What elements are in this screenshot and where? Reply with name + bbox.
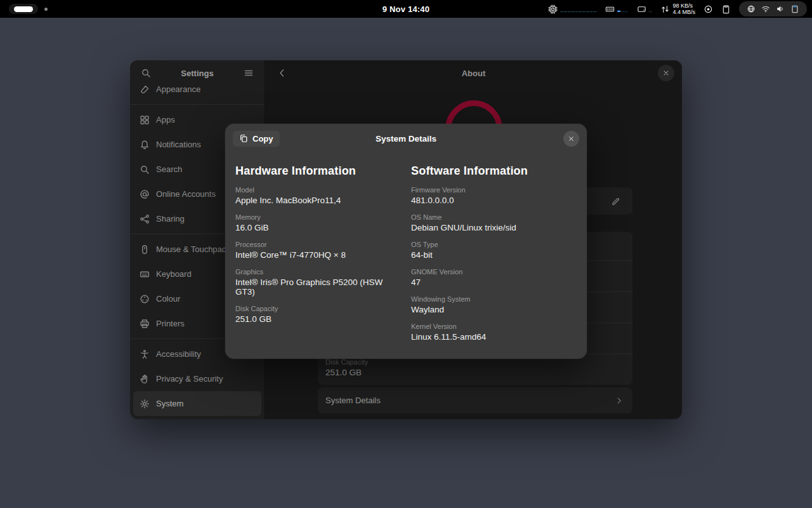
sidebar-item-label: Mouse & Touchpad (156, 244, 226, 254)
field-label: Graphics (235, 268, 401, 276)
copy-button-label: Copy (252, 134, 273, 144)
net-down-speed: 4.4 MB/s (672, 9, 695, 15)
cpu-monitor[interactable]: __________ (548, 4, 597, 14)
sidebar-item-label: System (156, 399, 183, 408)
memory-sparkline: ▂__ (617, 6, 628, 12)
memory-monitor[interactable]: ▂__ (605, 4, 628, 14)
app-title: Settings (181, 69, 213, 78)
quick-settings[interactable] (739, 1, 807, 17)
field-label: GNOME Version (411, 268, 577, 276)
field-label: Kernel Version (411, 323, 577, 330)
language-globe-icon (747, 4, 756, 13)
software-fields: Firmware Version 481.0.0.0.0 OS Name Deb… (411, 186, 577, 342)
search-icon (141, 68, 151, 78)
system-details-row[interactable]: System Details (318, 387, 632, 413)
field-value: 64-bit (411, 250, 577, 260)
sidebar-item-label: Appearance (156, 84, 200, 94)
sidebar-item-privacy-security[interactable]: Privacy & Security (133, 366, 261, 391)
disk-capacity-label: Disk Capacity (325, 358, 368, 366)
sidebar-item-system[interactable]: System (133, 391, 261, 416)
system-details-label: System Details (325, 396, 381, 405)
workspace-indicator[interactable] (9, 0, 48, 18)
back-chevron-icon (277, 68, 287, 78)
field-label: Firmware Version (411, 186, 577, 194)
sidebar-divider (130, 104, 265, 105)
cpu-sparkline: __________ (560, 6, 597, 12)
sidebar-item-label: Apps (156, 115, 175, 124)
apps-grid-icon (140, 115, 150, 125)
hardware-fields: Model Apple Inc. MacBookPro11,4 Memory 1… (235, 186, 401, 324)
disk-monitor[interactable]: _ (637, 4, 653, 14)
clipboard-tray[interactable] (721, 4, 731, 14)
dialog-header: Copy System Details (225, 124, 587, 153)
info-field: OS Type 64-bit (411, 241, 577, 260)
circle-indicator-icon (704, 4, 713, 14)
clipboard-icon (721, 4, 731, 14)
bell-icon (140, 140, 150, 150)
active-workspace-pill (14, 6, 33, 12)
sidebar-item-label: Colour (156, 294, 180, 304)
sidebar-item-label: Search (156, 164, 182, 174)
field-value: Intel® Core™ i7-4770HQ × 8 (235, 250, 401, 260)
hardware-column: Hardware Information Model Apple Inc. Ma… (235, 153, 401, 342)
copy-icon (239, 134, 248, 143)
main-menu-button[interactable] (240, 65, 257, 81)
info-field: Processor Intel® Core™ i7-4770HQ × 8 (235, 241, 401, 260)
field-label: OS Name (411, 213, 577, 221)
field-label: Model (235, 186, 401, 194)
field-label: OS Type (411, 241, 577, 248)
info-field: Graphics Intel® Iris® Pro Graphics P5200… (235, 268, 401, 297)
status-circle[interactable] (704, 4, 713, 14)
page-title: About (462, 69, 486, 78)
clipboard-manager-icon (790, 4, 799, 13)
close-icon (568, 135, 575, 142)
close-icon (662, 69, 670, 77)
memory-icon (605, 4, 615, 14)
info-field: GNOME Version 47 (411, 268, 577, 287)
dialog-title: System Details (376, 134, 436, 144)
network-speeds: 98 KB/s 4.4 MB/s (672, 3, 695, 15)
dialog-close-button[interactable] (563, 131, 579, 147)
top-bar: 9 Nov 14:40 __________ ▂__ _ 98 KB/s 4.4… (0, 0, 812, 18)
field-label: Processor (235, 241, 401, 248)
edit-device-name-button[interactable] (607, 193, 624, 210)
copy-button[interactable]: Copy (233, 131, 280, 147)
keyboard-icon (140, 269, 150, 279)
net-up-speed: 98 KB/s (672, 3, 695, 9)
color-wheel-icon (140, 294, 150, 304)
volume-icon (776, 4, 785, 13)
field-value: 16.0 GiB (235, 223, 401, 232)
sidebar-item-label: Notifications (156, 140, 201, 149)
main-header: About (265, 60, 682, 86)
accessibility-icon (140, 349, 150, 359)
at-symbol-icon (140, 189, 150, 199)
sidebar-item-label: Privacy & Security (156, 374, 223, 384)
field-value: Linux 6.11.5-amd64 (411, 332, 577, 342)
gear-icon (140, 399, 150, 409)
software-column: Software Information Firmware Version 48… (411, 153, 577, 342)
search-icon (140, 164, 150, 175)
wifi-icon (761, 4, 770, 13)
field-value: Apple Inc. MacBookPro11,4 (235, 196, 401, 205)
window-close-button[interactable] (658, 65, 674, 81)
disk-capacity-value: 251.0 GB (325, 368, 368, 377)
hardware-section-title: Hardware Information (235, 164, 401, 178)
workspace-capsule[interactable] (9, 4, 38, 14)
field-label: Windowing System (411, 295, 577, 303)
workspace-dot (44, 8, 48, 11)
network-monitor[interactable]: 98 KB/s 4.4 MB/s (660, 3, 695, 15)
info-field: Windowing System Wayland (411, 295, 577, 314)
search-button[interactable] (138, 65, 154, 81)
back-button[interactable] (274, 65, 291, 81)
info-field: Model Apple Inc. MacBookPro11,4 (235, 186, 401, 205)
field-label: Disk Capacity (235, 305, 401, 312)
mouse-icon (140, 244, 150, 255)
info-field: Kernel Version Linux 6.11.5-amd64 (411, 323, 577, 342)
info-field: Firmware Version 481.0.0.0.0 (411, 186, 577, 205)
field-value: 481.0.0.0.0 (411, 196, 577, 205)
clock[interactable]: 9 Nov 14:40 (383, 0, 429, 18)
disk-icon (637, 4, 646, 14)
hand-privacy-icon (140, 374, 150, 384)
cpu-icon (548, 4, 558, 14)
pencil-icon (611, 197, 620, 206)
